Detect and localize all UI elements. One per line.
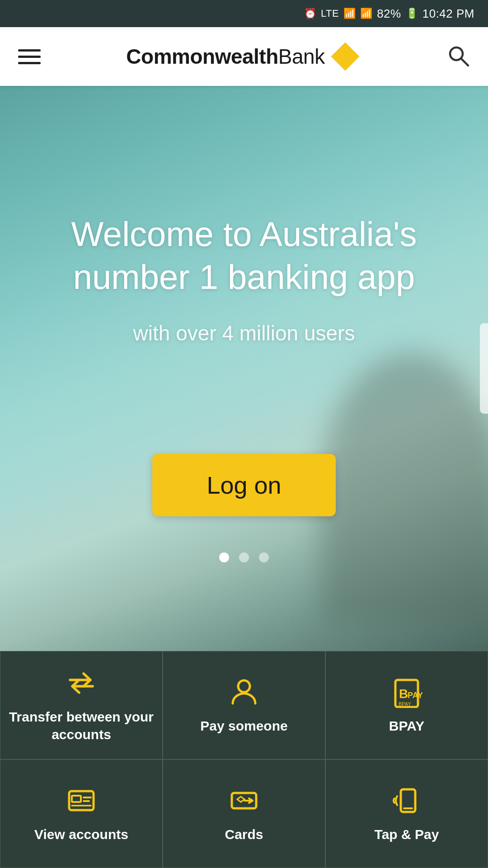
tap-pay-button[interactable]: Tap & Pay (325, 760, 488, 868)
signal-icon: 📶 (360, 8, 372, 19)
diamond-icon (329, 41, 361, 72)
wifi-icon: 📶 (343, 8, 356, 19)
status-icons: ⏰ LTE 📶 📶 82% 🔋 10:42 PM (304, 7, 474, 21)
scroll-indicator (480, 323, 488, 414)
logo-text: CommonwealthBank (126, 44, 324, 69)
svg-marker-0 (331, 42, 359, 71)
pay-someone-icon (228, 676, 260, 708)
cards-label: Cards (225, 826, 263, 843)
svg-text:B: B (399, 687, 408, 701)
action-grid: Transfer between your accounts Pay someo… (0, 651, 488, 868)
cards-button[interactable]: Cards (163, 760, 325, 868)
search-button[interactable] (446, 44, 470, 69)
view-accounts-label: View accounts (34, 826, 128, 843)
hamburger-line-3 (18, 62, 41, 64)
menu-button[interactable] (18, 49, 41, 64)
svg-point-3 (238, 680, 250, 692)
bpay-button[interactable]: B PAY BPAY BPAY (325, 651, 488, 760)
battery-indicator: 82% (377, 7, 401, 21)
svg-line-2 (461, 59, 468, 66)
transfer-label: Transfer between your accounts (5, 708, 158, 743)
hero-title: Welcome to Australia's number 1 banking … (0, 212, 488, 298)
svg-rect-9 (72, 796, 81, 802)
hero-section: Welcome to Australia's number 1 banking … (0, 86, 488, 651)
search-icon (446, 44, 470, 67)
battery-icon: 🔋 (406, 8, 418, 19)
tap-pay-label: Tap & Pay (375, 826, 439, 843)
app-header: CommonwealthBank (0, 27, 488, 86)
transfer-accounts-button[interactable]: Transfer between your accounts (0, 651, 163, 760)
carousel-dot-3[interactable] (259, 552, 269, 562)
logo-name-bold: Commonwealth (126, 45, 278, 68)
pay-someone-button[interactable]: Pay someone (163, 651, 325, 760)
carousel-dot-2[interactable] (239, 552, 249, 562)
status-bar: ⏰ LTE 📶 📶 82% 🔋 10:42 PM (0, 0, 488, 27)
pay-someone-label: Pay someone (200, 717, 287, 735)
bpay-label: BPAY (389, 717, 424, 735)
carousel-dots (219, 552, 269, 562)
hero-subtitle: with over 4 million users (133, 321, 355, 345)
time-display: 10:42 PM (422, 7, 474, 21)
svg-text:BPAY: BPAY (399, 701, 411, 707)
transfer-icon (66, 667, 97, 699)
svg-text:PAY: PAY (408, 691, 422, 700)
view-accounts-button[interactable]: View accounts (0, 760, 163, 868)
logo-name-light: Bank (278, 45, 325, 68)
alarm-icon: ⏰ (304, 8, 316, 19)
lte-indicator: LTE (321, 8, 339, 19)
hamburger-line-2 (18, 56, 41, 58)
svg-marker-14 (237, 797, 244, 802)
carousel-dot-1[interactable] (219, 552, 229, 562)
view-accounts-icon (66, 785, 97, 816)
bpay-icon: B PAY BPAY (391, 676, 422, 708)
hamburger-line-1 (18, 49, 41, 52)
brand-logo: CommonwealthBank (126, 41, 361, 72)
log-on-button[interactable]: Log on (152, 454, 335, 516)
cards-icon (228, 785, 260, 816)
tap-pay-icon (391, 785, 422, 816)
